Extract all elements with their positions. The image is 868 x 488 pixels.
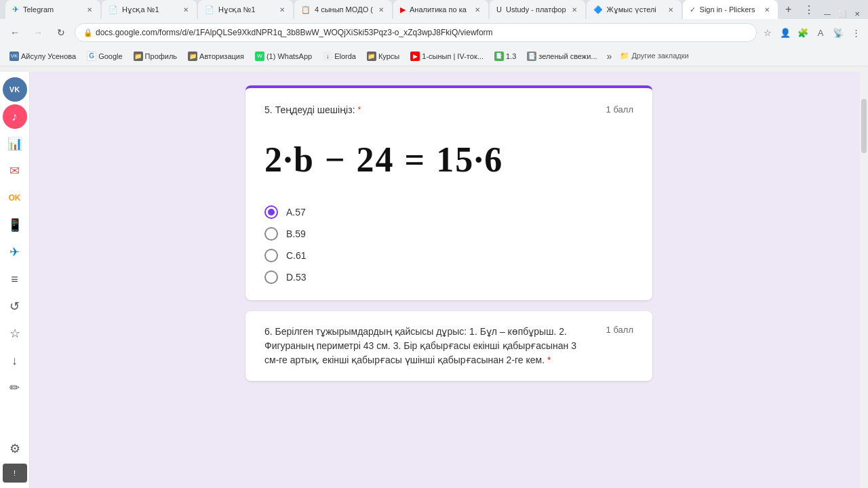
back-button[interactable]: ← — [5, 23, 24, 42]
vk-sidebar-icon[interactable]: VK — [3, 77, 27, 102]
vk-bookmark-icon: VK — [9, 52, 19, 61]
tab-plickers-close[interactable]: ✕ — [763, 5, 771, 15]
lock-icon: 🔒 — [83, 28, 93, 37]
question-6-required: * — [547, 354, 551, 365]
maximize-button[interactable]: ⬜ — [837, 8, 848, 19]
ok-sidebar-icon[interactable]: OK — [3, 186, 27, 210]
question-6-text-area: 6. Берілген тұжырымдардың қайсысы дұрыс:… — [264, 325, 606, 367]
main-content: 5. Теңдеуді шешіңіз: * 1 балл 2·b − 24 =… — [30, 72, 868, 488]
history-sidebar-icon[interactable]: ↺ — [3, 294, 27, 319]
13-bookmark-icon: 📑 — [494, 52, 504, 61]
option-a[interactable]: A.57 — [264, 205, 633, 219]
radio-a[interactable] — [264, 205, 278, 219]
translate-icon[interactable]: A — [814, 26, 827, 39]
tab-ustudy-close[interactable]: ✕ — [570, 5, 578, 15]
tab-plickers[interactable]: ✓ Sign in - Plickers ✕ — [683, 0, 778, 19]
tab-telegram-close[interactable]: ✕ — [85, 5, 94, 15]
tab-zhum-label: Жұмыс үстелі — [607, 5, 663, 14]
tab-nuska1-label: Нұсқа №1 — [122, 5, 178, 14]
left-sidebar: VK ♪ 📊 ✉ OK 📱 ✈ ≡ ↺ ☆ ↓ ✏ ⚙ ! — [0, 72, 30, 488]
tab-modo[interactable]: 📋 4 сынып МOДО ( ✕ — [294, 0, 392, 19]
sidebar-bottom: ⚙ ! — [3, 436, 27, 488]
scrollbar — [860, 72, 868, 488]
settings-sidebar-icon[interactable]: ⚙ — [3, 436, 27, 461]
tab-telegram-label: Telegram — [23, 5, 81, 14]
minimize-button[interactable]: — — [822, 8, 833, 19]
telegram-sidebar-icon[interactable]: ✈ — [3, 240, 27, 264]
stats-sidebar-icon[interactable]: 📊 — [3, 131, 27, 156]
bookmark-whatsapp-label: (1) WhatsApp — [267, 52, 312, 60]
list-sidebar-icon[interactable]: ≡ — [3, 267, 27, 291]
option-d[interactable]: D.53 — [264, 270, 633, 284]
radio-d[interactable] — [264, 270, 278, 284]
profile-icon[interactable]: 👤 — [778, 26, 792, 39]
option-a-label: A.57 — [286, 207, 306, 218]
window-controls: — ⬜ ✕ — [822, 8, 863, 19]
question-5-points: 1 балл — [606, 104, 633, 115]
tab-nuska1-close[interactable]: ✕ — [182, 5, 190, 15]
feedback-sidebar-icon[interactable]: ! — [3, 464, 27, 483]
new-tab-button[interactable]: + — [779, 0, 798, 19]
tab-modo-close[interactable]: ✕ — [377, 5, 385, 15]
music-sidebar-icon[interactable]: ♪ — [3, 104, 27, 129]
mail-sidebar-icon[interactable]: ✉ — [3, 159, 27, 183]
cast-icon[interactable]: 📡 — [831, 26, 845, 39]
bookmark-this-icon[interactable]: ☆ — [761, 26, 774, 39]
question-6-text: 6. Берілген тұжырымдардың қайсысы дұрыс:… — [264, 325, 606, 367]
tab-nuska1[interactable]: 📄 Нұсқа №1 ✕ — [102, 0, 197, 19]
tab-analytics-close[interactable]: ✕ — [473, 5, 481, 15]
bookmark-auth[interactable]: 📁 Авторизация — [184, 50, 248, 62]
whatsapp-sidebar-icon[interactable]: 📱 — [3, 213, 27, 237]
bookmark-profile[interactable]: 📁 Профиль — [130, 50, 182, 62]
tab-nuska2-close[interactable]: ✕ — [278, 5, 286, 15]
tab-analytics-label: Аналитика по ка — [410, 5, 469, 14]
tab-zhum-close[interactable]: ✕ — [667, 5, 675, 15]
whatsapp-bookmark-icon: W — [255, 52, 264, 61]
tab-list-button[interactable]: ⋮ — [800, 0, 818, 19]
bookmark-13[interactable]: 📑 1.3 — [490, 50, 520, 62]
zhum-tab-icon: 🔷 — [593, 5, 603, 14]
radio-b[interactable] — [264, 227, 278, 241]
question-5-title: Теңдеуді шешіңіз: — [275, 104, 355, 115]
equation-text: 2·b − 24 = 15·6 — [264, 140, 503, 180]
tab-ustudy[interactable]: U Ustudy - платфор ✕ — [490, 0, 585, 19]
bookmark-profile-label: Профиль — [145, 52, 178, 60]
bookmarks-more-button[interactable]: » — [604, 49, 615, 63]
star-sidebar-icon[interactable]: ☆ — [3, 321, 27, 346]
bookmark-whatsapp[interactable]: W (1) WhatsApp — [251, 50, 316, 62]
bookmark-google[interactable]: G Google — [83, 50, 126, 62]
option-c[interactable]: C.61 — [264, 249, 633, 262]
bookmark-elorda[interactable]: ↓ Elorda — [319, 50, 360, 62]
forward-button[interactable]: → — [28, 23, 47, 42]
option-b[interactable]: B.59 — [264, 227, 633, 241]
tab-nuska2[interactable]: 📄 Нұсқа №1 ✕ — [198, 0, 293, 19]
tab-zhum[interactable]: 🔷 Жұмыс үстелі ✕ — [587, 0, 682, 19]
bookmark-vk[interactable]: VK Айсулу Усенова — [5, 50, 80, 62]
bookmark-youtube-label: 1-сынып | IV-тoк... — [422, 52, 484, 60]
tab-analytics[interactable]: ▶ Аналитика по ка ✕ — [393, 0, 488, 19]
address-box[interactable]: 🔒 docs.google.com/forms/d/e/1FAlpQLSe9Xk… — [75, 23, 757, 42]
bookmark-kursy-label: Курсы — [378, 52, 399, 60]
bookmarks-manager-icon[interactable]: 📁 Другие закладки — [617, 50, 691, 62]
bookmark-green[interactable]: 📑 зеленый свежи... — [523, 50, 601, 62]
tab-telegram[interactable]: ✈ Telegram ✕ — [5, 0, 100, 19]
close-button[interactable]: ✕ — [852, 8, 863, 19]
radio-c[interactable] — [264, 249, 278, 262]
bookmark-youtube[interactable]: ▶ 1-сынып | IV-тoк... — [406, 50, 488, 62]
nuska2-tab-icon: 📄 — [205, 5, 214, 14]
question-6-number: 6. — [264, 326, 273, 337]
bookmark-green-label: зеленый свежи... — [538, 52, 597, 60]
tab-plickers-label: Sign in - Plickers — [700, 5, 759, 14]
chrome-menu-icon[interactable]: ⋮ — [849, 26, 863, 39]
bookmark-13-label: 1.3 — [506, 52, 516, 60]
scroll-thumb[interactable] — [861, 99, 867, 153]
edit-sidebar-icon[interactable]: ✏ — [3, 375, 27, 400]
bookmark-google-label: Google — [98, 52, 122, 60]
bookmark-kursy[interactable]: 📁 Курсы — [363, 50, 403, 62]
question-5-card: 5. Теңдеуді шешіңіз: * 1 балл 2·b − 24 =… — [245, 85, 652, 300]
extension-icon[interactable]: 🧩 — [796, 26, 810, 39]
download-sidebar-icon[interactable]: ↓ — [3, 348, 27, 373]
reload-button[interactable]: ↻ — [52, 23, 71, 42]
plickers-tab-icon: ✓ — [690, 5, 696, 14]
question-5-required: * — [358, 105, 361, 115]
